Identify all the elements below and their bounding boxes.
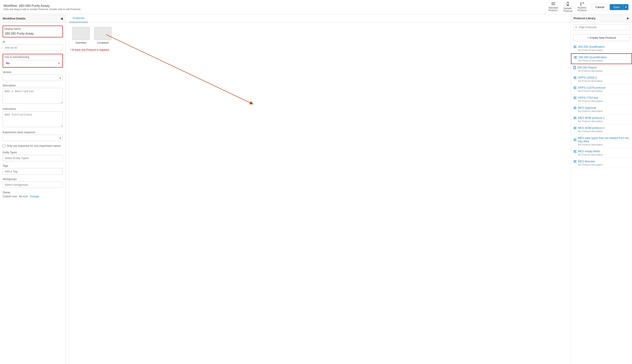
submitted-column: Submitted [70,27,92,44]
protocol-item-name-row: APPS-10556-2 [573,76,629,79]
entity-types-label: Entity Types [3,151,63,154]
protocol-item-name-row: 260:280 Report [573,66,629,69]
protocol-item-desc: No Protocol description [573,164,629,166]
use-in-manufacturing-label: Use in manufacturing [4,55,62,59]
entity-types-group: Entity Types [3,151,63,161]
standard-protocol-label: StandardProtocol [549,6,558,12]
protocol-columns: Submitted Completed [70,27,566,44]
cancel-button[interactable]: Cancel [592,4,608,10]
owner-row: Custom icon No icon Change [3,195,63,198]
protocol-list-item[interactable]: MES BOM protocol 2 No Protocol descripti… [571,124,632,134]
list-icon [551,2,555,6]
svg-line-12 [106,34,252,104]
right-panel-title: Protocol Library [573,16,595,20]
use-in-manufacturing-select[interactable]: No Yes [4,60,62,66]
protocol-item-name-row: MES empty fields [573,150,629,153]
lines-icon [573,97,577,99]
protocol-list-item[interactable]: 260:280 Quantification No Protocol descr… [571,54,632,64]
id-input[interactable] [3,44,63,51]
header-right: StandardProtocol SampleProtocol Pipeline… [549,2,628,12]
pipeline-protocol-action[interactable]: PipelineProtocol [578,2,586,12]
svg-rect-2 [551,4,555,5]
protocol-list-item[interactable]: MES empty fields No Protocol description [571,148,632,158]
experiment-seq-select[interactable] [3,135,63,141]
protocol-list-item[interactable]: APPS-11079 protocol No Protocol descript… [571,84,632,94]
protocol-item-desc: No Protocol description [573,70,629,72]
sequence-checkbox[interactable] [3,144,6,148]
filter-protocols-input[interactable] [573,24,630,30]
version-select[interactable] [3,74,63,81]
main-layout: Workflow Details ◀ Display Name 260:280 … [0,14,632,364]
protocol-item-desc: No Protocol description [574,59,629,62]
center-tabs: Protocols [66,14,571,22]
tab-protocols[interactable]: Protocols [69,14,88,22]
protocol-item-label: MES data types that not related from the… [578,136,629,143]
protocol-list-item[interactable]: APPS-10556-2 No Protocol description [571,74,632,84]
sequence-checkbox-label: Only use sequence for new experiment nam… [7,144,61,148]
right-panel: Protocol Library ▶ ▼ + Create New Protoc… [571,14,632,364]
workgroups-label: Workgroups [3,178,63,181]
error-message: * At least one Protocol is required [70,48,566,52]
owner-custom-icon-label: Custom icon [3,195,17,198]
left-panel-title: Workflow Details [3,17,26,20]
protocol-item-desc: No Protocol description [573,130,629,132]
expand-right-button[interactable]: ▶ [627,16,629,20]
protocol-list-item[interactable]: 260:280 Report No Protocol description [571,64,632,74]
description-textarea[interactable] [3,88,63,104]
svg-rect-8 [580,4,581,4]
tags-input[interactable] [3,168,63,174]
standard-protocol-action[interactable]: StandardProtocol [549,2,558,12]
sample-icon [573,66,576,69]
lines-icon [573,160,577,162]
arrow-overlay [66,22,571,364]
protocol-list-item[interactable]: MES BOM protocol 1 No Protocol descripti… [571,114,632,124]
protocol-item-desc: No Protocol description [573,153,629,156]
workgroups-input[interactable] [3,182,63,188]
tags-group: Tags [3,164,63,174]
svg-rect-11 [583,3,584,4]
display-name-group: Display Name 260:280 Purity Assay [3,26,63,38]
sample-protocol-action[interactable]: SampleProtocol [563,2,572,12]
use-in-manufacturing-group: Use in manufacturing No Yes [3,54,63,68]
save-dropdown-button[interactable]: ▾ [623,4,628,10]
protocol-list-item[interactable]: MES Approval No Protocol description [571,104,632,114]
save-button[interactable]: Save [610,4,623,10]
experiment-seq-select-wrapper [3,135,63,141]
protocol-list-item[interactable]: APPS-7754 test No Protocol description [571,94,632,104]
svg-rect-0 [551,2,555,3]
display-name-value: 260:280 Purity Assay [4,31,62,36]
protocol-item-label: APPS-7754 test [578,96,598,99]
workflow-name: 260:280 Purity Assay [19,4,50,8]
entity-types-input[interactable] [3,155,63,161]
experiment-seq-group: Experiment name sequence [3,131,63,141]
version-label: Version [3,71,63,74]
protocol-item-name-row: MES flexview [573,160,629,163]
create-protocol-button[interactable]: + Create New Protocol [573,34,630,41]
protocol-item-desc: No Protocol description [573,100,629,102]
collapse-left-button[interactable]: ◀ [60,16,63,20]
protocol-item-label: MES empty fields [578,150,600,153]
app-header: Workflow: 260:280 Purity Assay Click and… [0,0,632,14]
protocol-item-name-row: APPS-7754 test [573,96,629,99]
left-panel-body: Display Name 260:280 Purity Assay ID Use… [0,23,66,204]
lines-icon [573,150,577,152]
version-select-wrapper [3,74,63,81]
tags-label: Tags [3,164,63,167]
completed-box [94,27,112,40]
owner-change-link[interactable]: Change [30,195,39,198]
completed-column: Completed [92,27,114,44]
lines-icon [573,76,577,79]
protocol-item-label: MES BOM protocol 1 [578,116,605,120]
sample-protocol-label: SampleProtocol [563,7,572,12]
protocol-list-item[interactable]: MES flexview No Protocol description [571,158,632,168]
protocol-list-item[interactable]: 260:280 Qualification No Protocol descri… [571,43,632,54]
protocol-item-label: 260:280 Quantification [578,56,607,59]
left-panel-header: Workflow Details ◀ [0,14,66,23]
protocol-list-item[interactable]: MES data types that not related from the… [571,134,632,148]
protocol-item-name-row: APPS-11079 protocol [573,86,629,89]
submitted-label: Submitted [76,41,87,44]
protocol-item-desc: No Protocol description [573,120,629,122]
right-panel-header: Protocol Library ▶ [571,14,632,22]
protocol-item-desc: No Protocol description [573,80,629,82]
instructions-textarea[interactable] [3,111,63,127]
